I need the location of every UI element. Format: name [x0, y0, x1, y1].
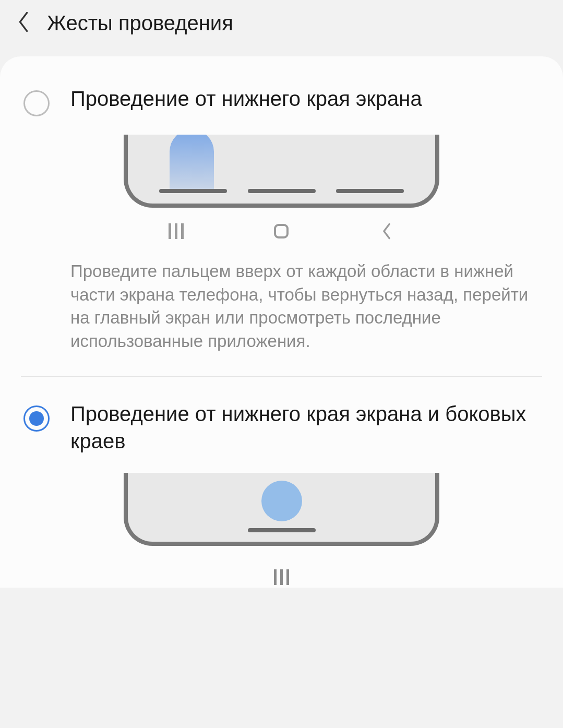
nav-icon-row: [124, 221, 439, 242]
app-header: Жесты проведения: [0, 0, 563, 56]
phone-illustration-bottom: [124, 135, 439, 208]
swipe-ball-icon: [261, 481, 302, 521]
options-card: Проведение от нижнего края экрана Провед…: [0, 56, 563, 588]
phone-illustration-bottom-sides: [124, 473, 439, 546]
nav-pill: [159, 189, 227, 193]
back-nav-icon: [371, 221, 402, 242]
nav-pill: [248, 189, 316, 193]
radio-unchecked-icon[interactable]: [23, 90, 50, 116]
nav-icon-row: [0, 554, 563, 588]
swipe-blob-icon: [170, 135, 214, 192]
radio-checked-icon[interactable]: [23, 405, 50, 432]
home-icon: [266, 221, 297, 242]
option-swipe-bottom-and-sides[interactable]: Проведение от нижнего края экрана и боко…: [0, 377, 563, 455]
recents-icon: [274, 569, 289, 585]
nav-pill: [248, 528, 316, 532]
page-title: Жесты проведения: [47, 11, 233, 35]
nav-pill: [336, 189, 404, 193]
back-icon[interactable]: [16, 10, 31, 35]
option-label: Проведение от нижнего края экрана: [70, 85, 422, 112]
option-swipe-bottom[interactable]: Проведение от нижнего края экрана: [0, 77, 563, 116]
option-description: Проведите пальцем вверх от каждой област…: [0, 260, 563, 376]
option-label: Проведение от нижнего края экрана и боко…: [70, 400, 540, 455]
recents-icon: [161, 221, 192, 242]
